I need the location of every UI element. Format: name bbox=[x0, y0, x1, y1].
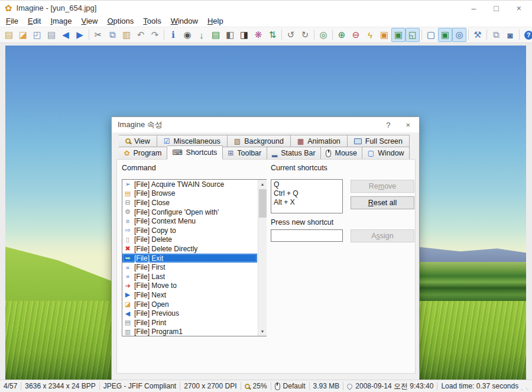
tab-full-screen[interactable]: Full Screen bbox=[348, 135, 410, 147]
command-list-item[interactable]: ✖ [File] Delete Directly bbox=[122, 244, 257, 254]
tab-toolbar[interactable]: ⊞ Toolbar bbox=[223, 147, 267, 160]
tab-label: Window bbox=[378, 149, 404, 157]
command-list-item[interactable]: ▥ [File] Program1 bbox=[122, 328, 257, 337]
assign-button[interactable]: Assign bbox=[351, 229, 414, 242]
fit-image-button[interactable]: ▣ bbox=[377, 28, 391, 42]
menu-item[interactable]: Tools bbox=[138, 16, 166, 26]
export-button[interactable]: ↓ bbox=[194, 28, 209, 42]
gradient-button[interactable]: ◧ bbox=[223, 28, 237, 42]
tab-animation[interactable]: ▦ Animation bbox=[291, 135, 348, 147]
tab-status-bar[interactable]: ▂ Status Bar bbox=[267, 147, 321, 160]
print-button[interactable]: ▤ bbox=[44, 28, 59, 42]
command-list-item[interactable]: ▤ [File] Print bbox=[122, 318, 257, 328]
redo-button[interactable]: ↷ bbox=[148, 28, 162, 42]
command-item-label: [File] Program1 bbox=[134, 328, 183, 336]
menu-item[interactable]: Help bbox=[203, 16, 228, 26]
scroll-down-icon[interactable]: ▼ bbox=[258, 327, 267, 336]
zoom-out-button[interactable]: ⊖ bbox=[349, 28, 363, 42]
scan-button[interactable]: ▤ bbox=[209, 28, 223, 42]
command-list-item[interactable]: ⇨ [File] Copy to bbox=[122, 226, 257, 235]
fit-window-button[interactable]: ▣ bbox=[391, 28, 406, 42]
color-adjust-button[interactable]: ◨ bbox=[237, 28, 251, 42]
capture-button[interactable]: ◙ bbox=[503, 28, 517, 42]
info-button[interactable]: ℹ bbox=[166, 28, 180, 42]
mouse-config-button[interactable]: ◎ bbox=[316, 28, 330, 42]
rotate-left-button[interactable]: ↺ bbox=[284, 28, 298, 42]
tab-mouse[interactable]: Mouse bbox=[321, 147, 362, 160]
menu-item[interactable]: Edit bbox=[23, 16, 46, 26]
command-list-item[interactable]: ≡ [File] Context Menu bbox=[122, 216, 257, 226]
command-list-item[interactable]: ▶ [File] Next bbox=[122, 290, 257, 300]
close-button[interactable]: × bbox=[517, 4, 521, 13]
menu-item[interactable]: Window bbox=[166, 16, 203, 26]
dialog-close-button[interactable]: × bbox=[406, 121, 410, 129]
reset-all-button[interactable]: Reset all bbox=[351, 196, 414, 209]
minimize-button[interactable]: – bbox=[472, 4, 476, 13]
command-list-item[interactable]: ⚙ [File] Configure 'Open with' bbox=[122, 208, 257, 217]
command-list-item[interactable]: » [File] Last bbox=[122, 272, 257, 281]
tab-icon: ⊞ bbox=[228, 150, 233, 157]
toolbar-separator bbox=[89, 30, 89, 40]
monitor-button[interactable]: ▢ bbox=[424, 28, 438, 42]
command-list-item[interactable]: « [File] First bbox=[122, 263, 257, 272]
remove-button[interactable]: Remove bbox=[351, 180, 414, 193]
current-shortcuts-list[interactable]: Q Ctrl + Q Alt + X bbox=[271, 179, 343, 213]
command-list-item[interactable]: ➥ [File] Exit bbox=[122, 254, 257, 263]
tab-view[interactable]: View bbox=[119, 135, 157, 147]
dialog-help-button[interactable]: ? bbox=[386, 121, 390, 129]
tab-label: Program bbox=[133, 149, 161, 157]
lens-button[interactable]: ◎ bbox=[452, 28, 466, 42]
cut-button[interactable]: ✂ bbox=[91, 28, 105, 42]
shortcut-item[interactable]: Ctrl + Q bbox=[274, 189, 340, 198]
zoom-in-button[interactable]: ⊕ bbox=[335, 28, 349, 42]
image-canvas[interactable]: Imagine 속성 ? × View ☑ Miscellaneous bbox=[0, 44, 532, 380]
command-list-item[interactable]: ◪ [File] Open bbox=[122, 300, 257, 309]
command-list[interactable]: ➢ [File] Acquire TWAIN Source ▤ [File] B… bbox=[122, 179, 267, 336]
menu-item[interactable]: Options bbox=[102, 16, 138, 26]
tab-window[interactable]: ▢ Window bbox=[362, 147, 410, 160]
new-shortcut-input[interactable] bbox=[271, 229, 343, 242]
shortcut-item[interactable]: Q bbox=[274, 180, 340, 189]
resize-button[interactable]: ⇅ bbox=[265, 28, 280, 42]
copy-settings-button[interactable]: ⧉ bbox=[489, 28, 503, 42]
help-button[interactable]: ? bbox=[521, 28, 532, 42]
previous-button[interactable]: ◀ bbox=[59, 28, 73, 42]
toolbar-button-icon: ▣ bbox=[380, 30, 388, 40]
shortcut-item[interactable]: Alt + X bbox=[274, 198, 340, 207]
tab-shortcuts[interactable]: ⌨ Shortcuts bbox=[167, 145, 223, 160]
maximize-button[interactable]: □ bbox=[494, 4, 498, 13]
scrollbar-thumb[interactable] bbox=[259, 189, 267, 218]
command-list-item[interactable]: ▤ [File] Browse bbox=[122, 189, 257, 199]
wrench-button[interactable]: ⚒ bbox=[471, 28, 485, 42]
command-list-item[interactable]: ▯ [File] Delete bbox=[122, 235, 257, 245]
resize-grip[interactable]: ⡀⢄ bbox=[521, 384, 531, 390]
tab-background[interactable]: ▨ Background bbox=[228, 135, 291, 147]
exif-info-button[interactable]: ◉ bbox=[180, 28, 194, 42]
undo-button[interactable]: ↶ bbox=[134, 28, 148, 42]
zoom-100-button[interactable]: ◱ bbox=[406, 28, 420, 42]
menu-item[interactable]: Image bbox=[46, 16, 76, 26]
command-list-item[interactable]: ◀ [File] Previous bbox=[122, 309, 257, 318]
paste-button[interactable]: ▥ bbox=[119, 28, 134, 42]
rotate-right-button[interactable]: ↻ bbox=[298, 28, 312, 42]
dialog-title: Imagine 속성 bbox=[118, 119, 163, 130]
copy-button[interactable]: ⧉ bbox=[105, 28, 119, 42]
browse-button[interactable]: ▤ bbox=[2, 28, 16, 42]
save-button[interactable]: ◰ bbox=[30, 28, 44, 42]
open-button[interactable]: ◪ bbox=[16, 28, 30, 42]
color-palette-button[interactable]: ❋ bbox=[251, 28, 265, 42]
menu-item[interactable]: View bbox=[77, 16, 103, 26]
command-list-item[interactable]: ➜ [File] Move to bbox=[122, 281, 257, 291]
fullscreen-button[interactable]: ▣ bbox=[438, 28, 452, 42]
command-list-item[interactable]: ➢ [File] Acquire TWAIN Source bbox=[122, 180, 257, 189]
tab-icon: ✿ bbox=[124, 150, 129, 157]
scroll-up-icon[interactable]: ▲ bbox=[258, 180, 267, 189]
zoom-select-button[interactable]: ϟ bbox=[363, 28, 377, 42]
toolbar-separator bbox=[314, 30, 314, 40]
tab-program[interactable]: ✿ Program bbox=[119, 147, 167, 160]
command-list-item[interactable]: ⊟ [File] Close bbox=[122, 198, 257, 208]
menu-item[interactable]: File bbox=[1, 16, 23, 26]
command-list-scrollbar[interactable]: ▲ ▼ bbox=[258, 180, 267, 336]
shortcuts-tab-page: Command ➢ [File] Acquire TWAIN Source ▤ … bbox=[116, 159, 416, 374]
next-button[interactable]: ▶ bbox=[73, 28, 87, 42]
